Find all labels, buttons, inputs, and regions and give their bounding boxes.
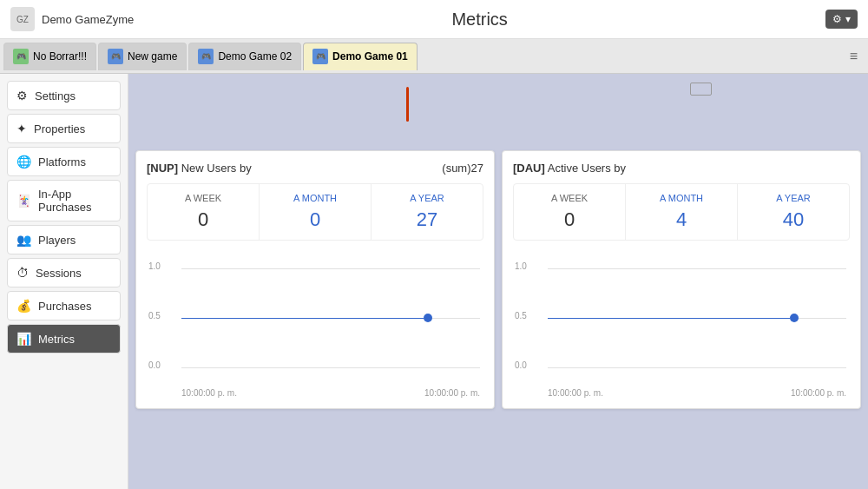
tab-label-no-borrar: No Borrar!!!	[33, 50, 87, 63]
nup-week-label: A WEEK	[155, 193, 252, 203]
nup-stat-year: A YEAR 27	[372, 184, 483, 240]
app-logo: GZ	[10, 7, 35, 31]
nup-stats-row: A WEEK 0 A MONTH 0 A YEAR 27	[147, 183, 483, 241]
nup-chart-line	[181, 318, 424, 319]
tab-demo-game-02[interactable]: 🎮 Demo Game 02	[188, 43, 301, 70]
sidebar-item-purchases[interactable]: 💰 Purchases	[7, 291, 121, 320]
tab-icon-demo-01: 🎮	[312, 49, 328, 64]
map-region	[690, 83, 712, 96]
tab-new-game[interactable]: 🎮 New game	[98, 43, 187, 70]
dau-year-value: 40	[745, 208, 842, 231]
settings-button[interactable]: ⚙ ▾	[825, 10, 858, 29]
nup-xaxis: 10:00:00 p. m. 10:00:00 p. m.	[181, 388, 480, 398]
sessions-icon: ⏱	[16, 266, 29, 280]
tab-label-new-game: New game	[128, 50, 177, 63]
dropdown-arrow: ▾	[845, 13, 851, 25]
sidebar-item-settings[interactable]: ⚙ Settings	[7, 81, 121, 110]
nup-chart-dot	[424, 314, 432, 322]
dau-stat-year: A YEAR 40	[738, 184, 849, 240]
tab-icon-no-borrar: 🎮	[13, 49, 29, 64]
sidebar-item-properties[interactable]: ✦ Properties	[7, 114, 121, 143]
nup-y-label-top: 1.0	[148, 261, 161, 271]
layout: ⚙ Settings ✦ Properties 🌐 Platforms 🃏 In…	[0, 74, 868, 489]
nup-y-label-mid: 0.5	[148, 311, 161, 320]
dau-header: [DAU] Active Users by	[513, 162, 850, 175]
dau-xaxis: 10:00:00 p. m. 10:00:00 p. m.	[548, 388, 846, 398]
settings-icon: ⚙	[16, 89, 28, 102]
platforms-icon: 🌐	[16, 155, 31, 169]
tab-menu-button[interactable]: ≡	[843, 45, 865, 68]
nup-gridline-bot	[181, 367, 480, 368]
dau-card: [DAU] Active Users by A WEEK 0 A MONTH 4…	[502, 150, 861, 409]
nup-y-label-bot: 0.0	[148, 360, 161, 370]
nup-gridline-top	[181, 268, 480, 269]
dau-chart-line	[548, 318, 790, 319]
dau-stat-month: A MONTH 4	[626, 184, 738, 240]
nup-week-value: 0	[155, 208, 252, 231]
app-info: GZ Demo GameZyme	[10, 7, 134, 31]
nup-chart: 1.0 0.5 0.0 10:00:00 p. m. 10:00:00 p. m…	[147, 254, 483, 398]
map-area	[128, 74, 868, 143]
nup-year-value: 27	[378, 208, 476, 231]
metrics-icon: 📊	[16, 332, 31, 346]
gear-icon: ⚙	[832, 13, 842, 25]
topbar: GZ Demo GameZyme Metrics ⚙ ▾	[0, 0, 868, 39]
tab-icon-new-game: 🎮	[108, 49, 123, 64]
dau-y-label-bot: 0.0	[515, 360, 527, 370]
nup-month-label: A MONTH	[266, 193, 364, 203]
dau-stats-row: A WEEK 0 A MONTH 4 A YEAR 40	[513, 183, 850, 241]
dau-week-value: 0	[521, 208, 618, 231]
nup-stat-month: A MONTH 0	[260, 184, 372, 240]
tab-label-demo-02: Demo Game 02	[218, 50, 292, 63]
main-content: [NUP] New Users by (sum)27 A WEEK 0 A MO…	[128, 74, 868, 489]
dau-month-value: 4	[633, 208, 730, 231]
tab-no-borrar[interactable]: 🎮 No Borrar!!!	[3, 43, 96, 70]
dau-week-label: A WEEK	[521, 193, 618, 203]
nup-month-value: 0	[266, 208, 364, 231]
metrics-grid: [NUP] New Users by (sum)27 A WEEK 0 A MO…	[128, 143, 868, 416]
dau-month-label: A MONTH	[633, 193, 730, 203]
players-icon: 👥	[16, 233, 31, 247]
dau-chart: 1.0 0.5 0.0 10:00:00 p. m. 10:00:00 p. m…	[513, 254, 850, 398]
sidebar-item-in-app-purchases[interactable]: 🃏 In-App Purchases	[7, 180, 121, 221]
dau-label: [DAU] Active Users by	[513, 162, 626, 175]
page-title: Metrics	[451, 10, 507, 30]
topbar-actions: ⚙ ▾	[825, 10, 858, 29]
purchases-icon: 💰	[16, 299, 31, 313]
sidebar-item-players[interactable]: 👥 Players	[7, 225, 121, 254]
properties-icon: ✦	[16, 122, 27, 135]
sidebar-item-metrics[interactable]: 📊 Metrics	[7, 324, 121, 354]
dau-chart-dot	[790, 314, 799, 322]
nup-header: [NUP] New Users by (sum)27	[147, 162, 483, 175]
nup-stat-week: A WEEK 0	[148, 184, 260, 240]
dau-gridline-top	[548, 268, 846, 269]
dau-gridline-bot	[548, 367, 846, 368]
nup-label: [NUP] New Users by	[147, 162, 252, 175]
tab-label-demo-01: Demo Game 01	[332, 50, 408, 63]
in-app-icon: 🃏	[16, 194, 31, 208]
tab-demo-game-01[interactable]: 🎮 Demo Game 01	[303, 43, 418, 70]
dau-stat-week: A WEEK 0	[514, 184, 626, 240]
nup-sum: (sum)27	[442, 162, 483, 175]
nup-card: [NUP] New Users by (sum)27 A WEEK 0 A MO…	[135, 150, 495, 409]
sidebar: ⚙ Settings ✦ Properties 🌐 Platforms 🃏 In…	[0, 74, 128, 489]
app-name: Demo GameZyme	[42, 13, 134, 26]
tabbar: 🎮 No Borrar!!! 🎮 New game 🎮 Demo Game 02…	[0, 39, 868, 74]
map-marker	[406, 87, 409, 122]
sidebar-item-sessions[interactable]: ⏱ Sessions	[7, 258, 121, 287]
dau-y-label-mid: 0.5	[515, 311, 527, 320]
tab-icon-demo-02: 🎮	[198, 49, 214, 64]
dau-y-label-top: 1.0	[515, 261, 527, 271]
nup-year-label: A YEAR	[378, 193, 476, 203]
dau-year-label: A YEAR	[745, 193, 842, 203]
sidebar-item-platforms[interactable]: 🌐 Platforms	[7, 147, 121, 176]
